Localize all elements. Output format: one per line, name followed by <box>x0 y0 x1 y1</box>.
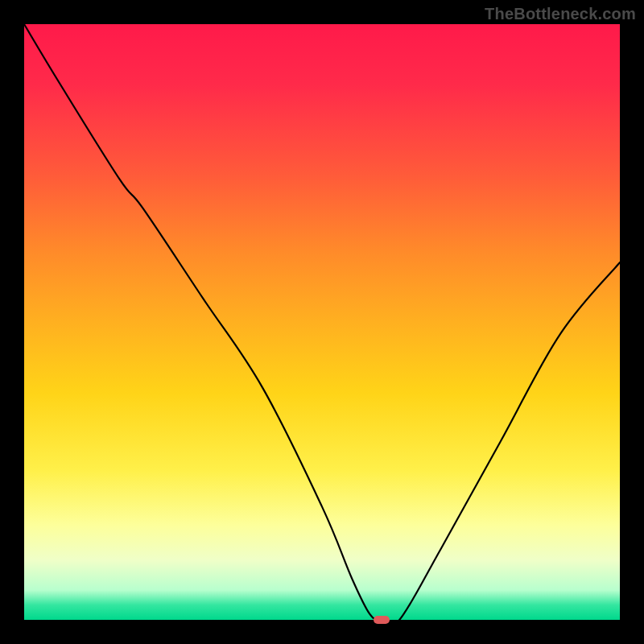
plot-area <box>24 24 620 620</box>
optimal-point-marker <box>374 616 390 624</box>
bottleneck-curve-path <box>24 24 620 625</box>
watermark-text: TheBottleneck.com <box>485 5 636 23</box>
bottleneck-curve-svg <box>24 24 620 620</box>
chart-frame: TheBottleneck.com <box>0 0 644 644</box>
